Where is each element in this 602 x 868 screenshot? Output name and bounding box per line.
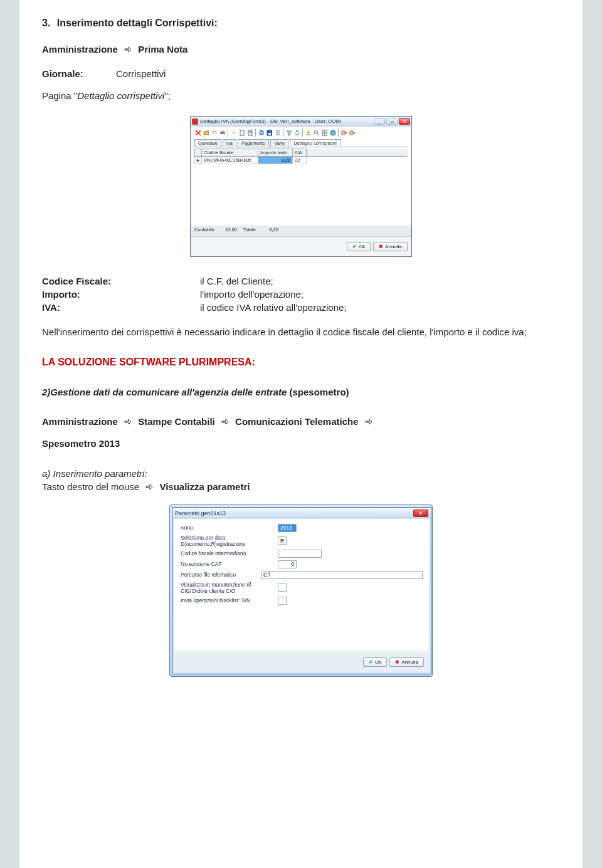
row-selector-icon[interactable]: ▸: [195, 157, 202, 164]
save-icon[interactable]: [266, 130, 273, 137]
breadcrumb-1: Amministrazione Prima Nota: [42, 44, 560, 55]
tab-generale[interactable]: Generale: [194, 139, 221, 147]
table-row[interactable]: ▸ BNCMRA40C15B4005 8,20 22: [195, 157, 408, 164]
filter-icon[interactable]: [285, 130, 292, 137]
svg-rect-2: [240, 130, 244, 135]
giornale-line: Giornale: Corrispettivi: [42, 68, 560, 79]
dialog-tabs: Generale Iva Pagamento Varie Dettaglio c…: [191, 139, 411, 147]
tab-varie[interactable]: Varie: [270, 139, 288, 147]
totals-footer: Contabile 10,00 Totale 8,20: [191, 226, 411, 236]
section-title-text: Inserimento dettagli Corrispettivi:: [57, 18, 218, 28]
col-codice-fiscale[interactable]: Codice fiscale: [202, 149, 258, 157]
exit1-icon[interactable]: [341, 130, 347, 137]
nr-caf-label: Nr.iscrizione CAF: [181, 561, 278, 567]
exit2-icon[interactable]: [349, 130, 356, 137]
tab-iva[interactable]: Iva: [223, 139, 236, 147]
col-iva[interactable]: IVA: [293, 149, 307, 157]
list-icon[interactable]: [274, 130, 281, 137]
field-definitions: Codice Fiscale: il C.F. del Cliente; Imp…: [42, 276, 560, 313]
def-iva-value: il codice IVA relativo all'operazione;: [200, 302, 560, 313]
step-a-instruction: Tasto destro del mouse Visualizza parame…: [42, 481, 560, 492]
percorso-label: Percorso file telematico: [181, 572, 261, 578]
cancel-button[interactable]: ✖ Annulla: [389, 657, 424, 667]
blacklist-label: Invia operazioni blacklist: S/N: [181, 597, 278, 604]
cancel-button-label: Annulla: [385, 244, 402, 249]
step-a2-pre: Tasto destro del mouse: [42, 481, 142, 492]
svg-point-7: [315, 131, 318, 134]
corrispettivi-grid[interactable]: Codice fiscale Importo ivato IVA ▸ BNCMR…: [194, 149, 408, 164]
minimize-button[interactable]: _: [374, 118, 385, 125]
nr-caf-input[interactable]: [278, 560, 297, 568]
svg-text:?: ?: [332, 131, 334, 135]
seleziona-input[interactable]: [278, 536, 287, 545]
search-icon[interactable]: [313, 130, 320, 137]
section-number: 3.: [42, 18, 50, 28]
contabile-value: 10,00: [218, 227, 237, 233]
bc2-a: Amministrazione: [42, 416, 118, 427]
def-cf-label: Codice Fiscale:: [42, 276, 200, 286]
svg-rect-12: [350, 131, 353, 135]
arrow-icon: [365, 414, 372, 431]
x-icon: ✖: [379, 244, 383, 249]
anno-label: Anno: [181, 525, 278, 531]
breadcrumb-1-a: Amministrazione: [42, 44, 118, 55]
dialog2-titlebar[interactable]: Parametri gen01s13 ✕: [172, 508, 431, 519]
cf-intermediario-input[interactable]: [278, 550, 322, 558]
doc2-icon[interactable]: [246, 130, 253, 137]
cell-cf[interactable]: BNCMRA40C15B4005: [202, 157, 258, 164]
maximize-button[interactable]: ▭: [386, 118, 398, 125]
dialog-titlebar[interactable]: Dettaglio IVA (Gen00gForm3) - DB: Veri_s…: [191, 117, 411, 127]
refresh-icon[interactable]: [293, 130, 300, 137]
pagina-suffix: ";: [164, 90, 171, 101]
ok-button-label: Ok: [359, 244, 365, 249]
help-icon[interactable]: ?: [329, 130, 336, 137]
doc1-icon[interactable]: [238, 130, 245, 137]
giornale-label: Giornale:: [42, 68, 83, 79]
dialog-button-bar: ✔ Ok ✖ Annulla: [191, 236, 411, 256]
breadcrumb-2: Amministrazione Stampe Contabili Comunic…: [42, 414, 560, 430]
close-button[interactable]: ✕: [399, 118, 410, 125]
cancel-button-label: Annulla: [401, 659, 418, 665]
arrow-icon[interactable]: [230, 130, 237, 137]
close-button[interactable]: ✕: [413, 510, 428, 517]
contabile-label: Contabile: [194, 227, 214, 233]
parametri-dialog-outer: Parametri gen01s13 ✕ Anno Seleziona per …: [169, 505, 433, 677]
ok-button[interactable]: ✔ Ok: [363, 657, 387, 667]
totale-value: 8,20: [260, 227, 278, 233]
tab-dettaglio-corrispettivi[interactable]: Dettaglio corrispettivi: [290, 139, 341, 147]
cancel-button[interactable]: ✖ Annulla: [373, 242, 408, 251]
svg-rect-11: [342, 131, 345, 135]
giornale-value: Corrispettivi: [116, 68, 166, 79]
blacklist-input[interactable]: [278, 597, 287, 605]
check-icon: ✔: [352, 244, 357, 249]
step-a2-bold: Visualizza parametri: [159, 481, 250, 492]
pagina-line: Pagina "Dettaglio corrispettivi";: [42, 90, 560, 101]
print-icon[interactable]: [219, 130, 226, 137]
ok-button[interactable]: ✔ Ok: [347, 242, 371, 251]
percorso-input[interactable]: [261, 571, 423, 579]
arrow-icon: [124, 414, 132, 431]
def-cf-value: il C.F. del Cliente;: [200, 276, 560, 286]
cell-iva[interactable]: 22: [293, 157, 307, 164]
dialog-title: Dettaglio IVA (Gen00gForm3) - DB: Veri_s…: [200, 118, 372, 124]
tab-pagamento[interactable]: Pagamento: [238, 139, 269, 147]
section-2-paren: (spesometro): [287, 387, 349, 397]
open-icon[interactable]: [203, 130, 209, 137]
grid-icon[interactable]: [321, 130, 328, 137]
document-page: 3. Inserimento dettagli Corrispettivi: A…: [19, 0, 583, 868]
attach-icon[interactable]: [211, 130, 218, 137]
check-icon: ✔: [369, 659, 373, 665]
breadcrumb-2-line2: Spesometro 2013: [42, 436, 560, 452]
anno-input[interactable]: [278, 524, 297, 532]
db-icon[interactable]: [258, 130, 265, 137]
def-importo-value: l'importo dell'operazione;: [200, 289, 560, 300]
export-icon[interactable]: [305, 130, 312, 137]
cell-importo[interactable]: 8,20: [258, 157, 293, 164]
tab-body: Codice fiscale Importo ivato IVA ▸ BNCMR…: [193, 147, 409, 222]
visualizza-label: Visualizza in manutenzione rif. CIG/Ordi…: [181, 582, 278, 594]
col-importo[interactable]: Importo ivato: [258, 149, 293, 157]
delete-icon[interactable]: [194, 130, 201, 137]
bc2-b: Stampe Contabili: [138, 416, 215, 427]
arrow-icon: [221, 414, 229, 431]
visualizza-input[interactable]: [278, 583, 287, 592]
